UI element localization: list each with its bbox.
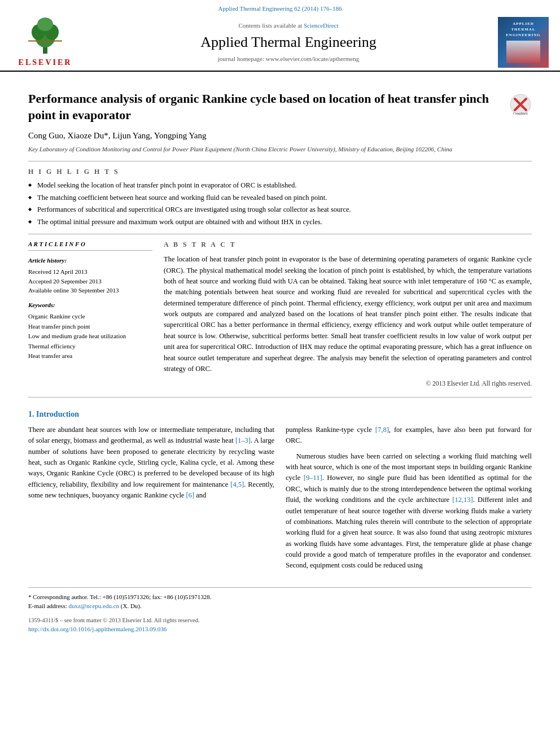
highlights-heading: H I G H L I G H T S — [28, 167, 532, 177]
article-abstract-section: A R T I C L E I N F O Article history: R… — [28, 240, 532, 388]
ref-link-7-8[interactable]: [7,8] — [375, 426, 389, 434]
sciencedirect-link[interactable]: ScienceDirect — [304, 22, 339, 29]
paper-title: Performance analysis of organic Rankine … — [28, 91, 532, 123]
elsevier-tree-icon — [23, 16, 68, 56]
keyword-item: Low and medium grade heat utilization — [28, 331, 152, 342]
ref-link-9-11[interactable]: [9–11] — [304, 474, 322, 482]
svg-point-4 — [37, 18, 53, 31]
highlight-item: Model seeking the location of heat trans… — [28, 180, 532, 192]
svg-text:CrossMark: CrossMark — [513, 112, 528, 115]
ref-link-12-13[interactable]: [12,13] — [452, 496, 473, 504]
affiliation: Key Laboratory of Condition Monitoring a… — [28, 145, 532, 154]
journal-title: Applied Thermal Engineering — [79, 32, 498, 53]
contents-line: Contents lists available at ScienceDirec… — [79, 21, 498, 30]
keywords-list: Organic Rankine cycle Heat transfer pinc… — [28, 312, 152, 361]
elsevier-logo: ELSEVIER — [11, 16, 79, 68]
divider-intro — [28, 397, 532, 397]
doi-link[interactable]: http://dx.doi.org/10.1016/j.applthermale… — [28, 625, 532, 634]
divider-highlights — [28, 161, 532, 161]
intro-para-3: Numerous studies have been carried on se… — [286, 451, 532, 571]
journal-thumbnail: APPLIED THERMAL ENGINEERING — [498, 17, 549, 68]
highlight-item: The optimal initial pressure and maximum… — [28, 216, 532, 229]
history-label: Article history: — [28, 256, 152, 265]
keyword-item: Heat transfer pinch point — [28, 322, 152, 332]
keyword-item: Thermal efficiency — [28, 342, 152, 352]
abstract-section: A B S T R A C T The location of heat tra… — [164, 240, 532, 388]
highlight-item: The matching coefficient between heat so… — [28, 192, 532, 204]
journal-homepage: journal homepage: www.elsevier.com/locat… — [79, 55, 498, 63]
section-title-intro: 1. Introduction — [28, 409, 532, 420]
article-info: A R T I C L E I N F O Article history: R… — [28, 240, 152, 388]
issn-line: 1359-4311/$ – see front matter © 2013 El… — [28, 617, 532, 625]
accepted-date: Accepted 20 September 2013 — [28, 277, 152, 286]
authors-line: Cong Guo, Xiaoze Du*, Lijun Yang, Yongpi… — [28, 130, 532, 142]
journal-header: Applied Thermal Engineering 62 (2014) 17… — [0, 0, 560, 72]
received-date: Received 12 April 2013 — [28, 267, 152, 277]
journal-center: Contents lists available at ScienceDirec… — [79, 21, 498, 64]
keywords-label: Keywords: — [28, 301, 152, 309]
intro-col-right: pumpless Rankine-type cycle [7,8], for e… — [286, 425, 532, 576]
email-link[interactable]: duxz@ncepu.edu.cn — [68, 602, 119, 609]
article-info-heading: A R T I C L E I N F O — [28, 240, 152, 250]
abstract-text: The location of heat transfer pinch poin… — [164, 254, 532, 374]
journal-citation: Applied Thermal Engineering 62 (2014) 17… — [0, 5, 560, 13]
intro-para-1: There are abundant heat sources with low… — [28, 425, 274, 501]
page-content: CrossMark Performance analysis of organi… — [0, 72, 560, 645]
ref-link-6[interactable]: [6] — [186, 491, 195, 499]
highlights-list: Model seeking the location of heat trans… — [28, 180, 532, 228]
ref-link-1-3[interactable]: [1–3] — [235, 436, 251, 444]
abstract-heading: A B S T R A C T — [164, 240, 532, 250]
elsevier-label: ELSEVIER — [19, 57, 72, 68]
introduction-section: 1. Introduction There are abundant heat … — [28, 409, 532, 575]
ref-link-4-5[interactable]: [4,5] — [230, 480, 244, 488]
highlight-item: Performances of subcritical and supercri… — [28, 204, 532, 216]
footnote-area: * Corresponding author. Tel.: +86 (10)51… — [28, 587, 532, 634]
keyword-item: Heat transfer area — [28, 351, 152, 361]
keyword-item: Organic Rankine cycle — [28, 312, 152, 322]
crossmark-badge: CrossMark — [509, 93, 532, 116]
svg-rect-5 — [28, 40, 62, 42]
available-date: Available online 30 September 2013 — [28, 286, 152, 295]
divider-article-info — [28, 234, 532, 234]
intro-body: There are abundant heat sources with low… — [28, 425, 532, 576]
email-line: E-mail address: duxz@ncepu.edu.cn (X. Du… — [28, 601, 532, 611]
corresponding-author: * Corresponding author. Tel.: +86 (10)51… — [28, 592, 532, 602]
intro-para-2: pumpless Rankine-type cycle [7,8], for e… — [286, 425, 532, 447]
intro-col-left: There are abundant heat sources with low… — [28, 425, 274, 576]
copyright-line: © 2013 Elsevier Ltd. All rights reserved… — [164, 379, 532, 388]
